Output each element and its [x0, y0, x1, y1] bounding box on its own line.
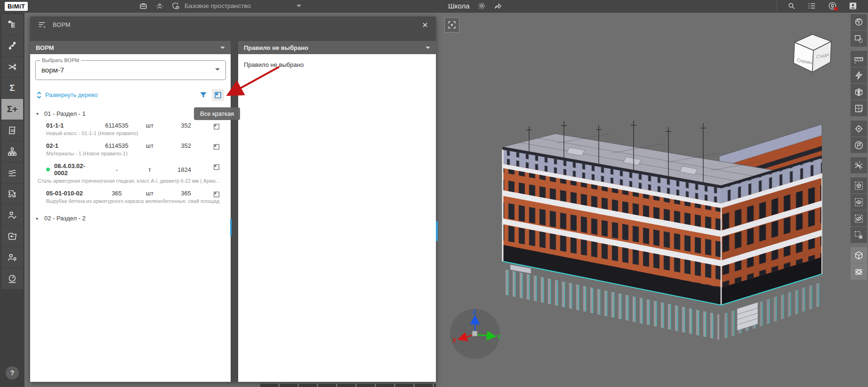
- view-toolbar: 1 2: [850, 14, 868, 280]
- expand-tree-link[interactable]: Развернуть дерево: [36, 92, 97, 98]
- notifications-icon[interactable]: [828, 1, 837, 10]
- close-panel-button[interactable]: ✕: [419, 19, 431, 31]
- summary-tool[interactable]: Σ: [1, 78, 23, 98]
- model-tree-tool[interactable]: [1, 14, 23, 35]
- vorm-subpanel: ВОРМ Выбрать ВОРМ ворм-7 Развернуть дере…: [30, 41, 231, 382]
- team-icon[interactable]: [155, 1, 164, 10]
- menu-list-icon[interactable]: [807, 1, 817, 10]
- charts-tool[interactable]: [1, 162, 23, 183]
- panel-resize-handle[interactable]: [436, 221, 438, 241]
- status-dot-green: [46, 168, 50, 171]
- svg-text:2: 2: [859, 161, 860, 163]
- measure-button[interactable]: [851, 51, 867, 67]
- projects-icon[interactable]: [139, 1, 148, 10]
- section-box-button[interactable]: [851, 84, 867, 100]
- structure-tool[interactable]: [1, 141, 23, 162]
- plugins-tool[interactable]: [1, 184, 23, 204]
- tree-row-2[interactable]: 02-1 6114535 шт 352 Материалы - 1 (Новое…: [30, 139, 231, 160]
- notification-badge: [834, 7, 838, 11]
- background-window-edge: [260, 384, 436, 387]
- flag-button[interactable]: [851, 137, 867, 153]
- account-icon[interactable]: [848, 1, 858, 10]
- tree-section-2[interactable]: ▸ 02 - Раздел - 2: [30, 213, 231, 224]
- shield-time-icon[interactable]: [171, 1, 180, 10]
- panel-title: ВОРМ: [53, 22, 71, 28]
- caret-right-icon[interactable]: ▸: [36, 216, 41, 221]
- app-logo[interactable]: BiMiT: [5, 2, 28, 11]
- panel-header: ВОРМ ✕: [30, 16, 436, 33]
- site-users-tool[interactable]: [1, 247, 23, 268]
- axis-z-label: Z: [473, 309, 476, 315]
- row-view-icon[interactable]: [213, 143, 220, 151]
- tree-row-4[interactable]: 05-01-010-02 365 шт 365 Вырубка бетона и…: [30, 187, 231, 207]
- search-icon[interactable]: [787, 1, 796, 10]
- clip-flash-button[interactable]: [851, 67, 867, 83]
- axis-y-label: Y: [497, 334, 501, 340]
- fit-view-button[interactable]: [444, 17, 459, 32]
- tree-row-3[interactable]: 08.4.03.02-0002 - т 1824 Сталь арматурна…: [30, 160, 231, 187]
- vorm-tree: ▾ 01 - Раздел - 1 01-1-1 6114535 шт 352 …: [30, 108, 231, 382]
- svg-text:1: 1: [855, 161, 857, 164]
- tree-row-1[interactable]: 01-1-1 6114535 шт 352 Новый класс - 01-1…: [30, 119, 231, 139]
- mapping-tool[interactable]: [1, 56, 23, 77]
- axis-gizmo[interactable]: Z Y X: [446, 305, 504, 363]
- select-caret-icon[interactable]: [215, 68, 220, 73]
- select-similar-button[interactable]: [851, 31, 867, 47]
- rule-subpanel-header[interactable]: Правило не выбрано: [238, 41, 436, 54]
- versions-tool[interactable]: [1, 35, 23, 56]
- collapse-subpanel-icon[interactable]: [220, 47, 225, 51]
- subpanel-resize-handle[interactable]: [230, 219, 232, 236]
- 2d-drawings-tool[interactable]: 2D: [1, 120, 23, 141]
- filter-icon[interactable]: [199, 91, 208, 99]
- building-model[interactable]: [475, 104, 824, 348]
- svg-text:2D: 2D: [10, 129, 15, 133]
- top-bar: BiMiT Базовое пространство Школа: [0, 0, 868, 13]
- vorm-subpanel-header[interactable]: ВОРМ: [30, 41, 231, 54]
- view-mode-brief-button[interactable]: [212, 89, 224, 101]
- approvals-tool[interactable]: [1, 205, 23, 226]
- row-view-icon[interactable]: [213, 191, 220, 198]
- axis-x-label: X: [452, 337, 456, 344]
- environment-tree-button[interactable]: [851, 14, 867, 30]
- share-icon[interactable]: [493, 1, 503, 10]
- annotation-arrow: [224, 62, 285, 102]
- collapse-subpanel-icon[interactable]: [426, 47, 430, 51]
- settings-gear-icon[interactable]: [477, 1, 486, 10]
- vorm-select[interactable]: Выбрать ВОРМ ворм-7: [35, 60, 226, 80]
- left-toolbar: Σ Σ+ 2D: [0, 13, 24, 387]
- application-window: BiMiT Базовое пространство Школа: [0, 0, 868, 387]
- show-objects-button[interactable]: [851, 194, 867, 210]
- orbit-mode-button[interactable]: [851, 264, 867, 280]
- workspace-selector[interactable]: Базовое пространство: [185, 2, 251, 9]
- panel-menu-icon[interactable]: [38, 21, 46, 29]
- focus-target-button[interactable]: [851, 121, 867, 137]
- isolate-object-button[interactable]: [851, 177, 867, 194]
- vorm-tool-selected[interactable]: Σ+: [1, 99, 23, 120]
- dashboard-tool[interactable]: [1, 268, 23, 289]
- floorplan-button[interactable]: [851, 100, 867, 116]
- workspace-caret-icon[interactable]: [297, 5, 301, 9]
- tooltip: Все краткая: [194, 107, 240, 120]
- grid-axes-button[interactable]: 1 2: [851, 157, 867, 173]
- project-title: Школа: [448, 2, 470, 10]
- clear-selection-button[interactable]: [851, 227, 867, 243]
- hide-objects-button[interactable]: [851, 210, 867, 226]
- navigation-cube[interactable]: Справа Сзади: [787, 28, 839, 78]
- shaded-mode-button[interactable]: [851, 247, 867, 263]
- row-view-icon[interactable]: [213, 163, 220, 171]
- caret-down-icon[interactable]: ▾: [36, 111, 41, 116]
- row-view-icon[interactable]: [213, 123, 220, 130]
- help-button[interactable]: ?: [6, 366, 19, 379]
- export-tool[interactable]: [1, 226, 23, 247]
